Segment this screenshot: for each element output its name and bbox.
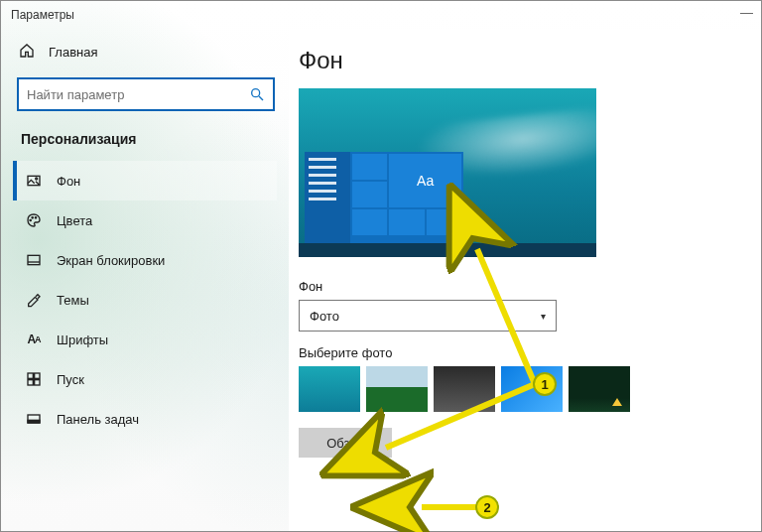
sidebar-item-start[interactable]: Пуск bbox=[13, 359, 277, 399]
annotation-badge-2: 2 bbox=[475, 495, 499, 519]
background-mode-label: Фон bbox=[299, 279, 751, 294]
search-icon bbox=[249, 86, 265, 102]
svg-rect-9 bbox=[28, 373, 33, 378]
sidebar-item-label: Экран блокировки bbox=[57, 253, 165, 268]
home-nav[interactable]: Главная bbox=[13, 35, 277, 75]
sidebar-item-label: Фон bbox=[57, 174, 80, 189]
start-icon bbox=[25, 370, 43, 388]
desktop-preview: Aa bbox=[299, 88, 596, 257]
thumbnail[interactable] bbox=[434, 366, 495, 412]
sidebar-item-label: Панель задач bbox=[57, 412, 139, 427]
home-label: Главная bbox=[49, 45, 97, 60]
search-input-container[interactable] bbox=[17, 77, 275, 111]
photo-thumbnails bbox=[299, 366, 751, 412]
sidebar-item-lockscreen[interactable]: Экран блокировки bbox=[13, 240, 277, 280]
sidebar-item-taskbar[interactable]: Панель задач bbox=[13, 399, 277, 439]
annotation-badge-1: 1 bbox=[533, 372, 557, 396]
section-title: Персонализация bbox=[13, 127, 277, 161]
lockscreen-icon bbox=[25, 251, 43, 269]
window-title: Параметры bbox=[11, 8, 74, 22]
page-title: Фон bbox=[299, 47, 751, 74]
window-body: Главная Персонализация Фон Цвета bbox=[1, 29, 761, 531]
sidebar-item-label: Пуск bbox=[57, 372, 84, 387]
preview-sample-tile: Aa bbox=[389, 154, 461, 207]
background-mode-dropdown[interactable]: Фото ▾ bbox=[299, 300, 557, 332]
svg-line-1 bbox=[259, 96, 263, 100]
thumbnail[interactable] bbox=[299, 366, 360, 412]
preview-start-menu: Aa bbox=[305, 152, 463, 243]
chevron-down-icon: ▾ bbox=[541, 311, 546, 322]
sidebar-item-themes[interactable]: Темы bbox=[13, 280, 277, 320]
svg-point-5 bbox=[32, 217, 33, 218]
search-input[interactable] bbox=[27, 87, 249, 102]
settings-window: Параметры — Главная Персонализация bbox=[0, 0, 762, 532]
palette-icon bbox=[25, 211, 43, 229]
svg-point-6 bbox=[35, 217, 36, 218]
choose-photo-label: Выберите фото bbox=[299, 345, 751, 360]
sidebar-item-colors[interactable]: Цвета bbox=[13, 200, 277, 240]
sidebar-item-fonts[interactable]: AA Шрифты bbox=[13, 320, 277, 359]
titlebar: Параметры — bbox=[1, 1, 761, 29]
sidebar-item-label: Цвета bbox=[57, 213, 92, 228]
svg-rect-11 bbox=[28, 380, 33, 385]
sidebar-item-label: Темы bbox=[57, 293, 89, 308]
themes-icon bbox=[25, 291, 43, 309]
minimize-button[interactable]: — bbox=[740, 5, 753, 20]
fonts-icon: AA bbox=[25, 331, 43, 348]
sidebar-item-background[interactable]: Фон bbox=[13, 161, 277, 200]
sidebar-item-label: Шрифты bbox=[57, 332, 108, 347]
svg-rect-14 bbox=[28, 420, 40, 423]
sidebar: Главная Персонализация Фон Цвета bbox=[1, 29, 289, 531]
svg-rect-10 bbox=[35, 373, 40, 378]
preview-taskbar bbox=[299, 243, 596, 257]
picture-icon bbox=[25, 172, 43, 190]
svg-rect-12 bbox=[35, 380, 40, 385]
home-icon bbox=[19, 43, 35, 62]
svg-point-3 bbox=[36, 178, 38, 180]
content-pane: Фон Aa Фон Фото ▾ Выберите фото bbox=[289, 29, 761, 531]
thumbnail[interactable] bbox=[569, 366, 630, 412]
thumbnail[interactable] bbox=[366, 366, 428, 412]
svg-point-0 bbox=[252, 89, 260, 97]
svg-point-4 bbox=[30, 219, 31, 220]
svg-rect-7 bbox=[28, 255, 40, 264]
taskbar-icon bbox=[25, 410, 43, 428]
browse-button[interactable]: Обзор bbox=[299, 428, 392, 458]
dropdown-value: Фото bbox=[310, 309, 339, 324]
